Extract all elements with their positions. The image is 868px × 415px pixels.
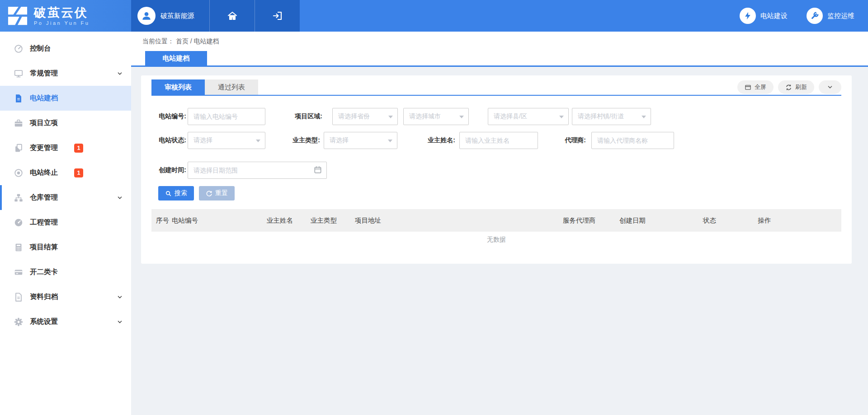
notification-badge: 1 [74,144,83,153]
reset-label: 重置 [215,189,228,197]
exit-icon [272,10,283,21]
town-select[interactable]: 请选择村镇/街道 [572,108,651,125]
district-select[interactable]: 请选择县/区 [488,108,569,125]
province-select[interactable]: 请选择省份 [332,108,398,125]
sidebar-item-station-archive[interactable]: 电站建档 [0,86,131,111]
caret-down-icon [459,116,464,118]
sidebar-item-engineering-management[interactable]: 工程管理 [0,210,131,235]
gear-icon [14,317,24,327]
logout-button[interactable] [255,0,300,32]
sidebar-item-warehouse-management[interactable]: 仓库管理 [0,185,131,210]
table-header-row: 序号 电站编号 业主姓名 业主类型 项目地址 服务代理商 创建日期 状态 操作 [151,209,841,232]
empty-state-text: 无数据 [151,236,841,244]
chevron-down-icon [117,70,123,77]
collapse-button[interactable] [819,80,841,94]
caret-down-icon [388,140,392,142]
caret-down-icon [559,116,564,118]
sidebar-item-station-termination[interactable]: 电站终止 1 [0,160,131,185]
gauge-icon [14,44,24,54]
project-region-label: 项目区域: [287,112,322,121]
sidebar-item-label: 工程管理 [30,218,58,227]
page-header: 当前位置： 首页 / 电站建档 电站建档 [131,32,868,67]
panel-tabs: 审核列表 通过列表 全屏 [151,79,841,96]
agent-input[interactable] [591,132,674,149]
col-service-agent: 服务代理商 [563,216,619,225]
sidebar-item-label: 资料归档 [30,292,58,302]
sidebar-item-label: 电站建档 [30,93,58,103]
col-owner-name: 业主姓名 [267,216,311,225]
top-nav: 破茧新能源 [131,0,300,32]
mode-monitoring-ops[interactable]: 监控运维 [807,8,854,24]
page-tab-station-archive[interactable]: 电站建档 [145,51,207,65]
sidebar-item-data-archive[interactable]: 资料归档 [0,284,131,309]
field-project-region: 项目区域: 请选择省份 请选择城市 请选择县/区 [287,108,651,125]
panel-card: 审核列表 通过列表 全屏 [141,75,852,264]
station-status-placeholder: 请选择 [193,136,212,145]
col-project-address: 项目地址 [355,216,563,225]
station-no-label: 电站编号: [151,112,186,121]
sidebar-item-project-settlement[interactable]: 项目结算 [0,235,131,260]
mode-label: 电站建设 [760,12,788,20]
sidebar-item-label: 开二类卡 [30,267,58,277]
col-status: 状态 [703,216,758,225]
province-placeholder: 请选择省份 [338,112,370,121]
owner-type-select[interactable]: 请选择 [324,132,397,149]
chevron-down-icon [117,294,123,300]
brand-logo-icon [7,5,28,26]
refresh-label: 刷新 [795,83,807,91]
fullscreen-icon [745,84,751,91]
col-seq: 序号 [156,216,172,225]
brand-subtitle: Po Jian Yun Fu [34,20,90,26]
station-no-input[interactable] [188,108,265,125]
breadcrumb: 当前位置： 首页 / 电站建档 [142,37,219,46]
tab-passed-list[interactable]: 通过列表 [205,79,258,95]
tab-review-list[interactable]: 审核列表 [151,79,205,95]
notification-badge: 1 [74,168,83,177]
reset-button[interactable]: 重置 [199,186,235,201]
sidebar-item-general-management[interactable]: 常规管理 [0,61,131,86]
search-button[interactable]: 搜索 [158,186,194,201]
brand-area: 破茧云伏 Po Jian Yun Fu [0,0,131,32]
sidebar: 控制台 常规管理 [0,32,131,415]
copy-pages-icon [14,143,24,153]
date-range-input[interactable] [188,162,327,179]
city-select[interactable]: 请选择城市 [403,108,469,125]
station-status-select[interactable]: 请选择 [188,132,265,149]
sidebar-item-change-management[interactable]: 变更管理 1 [0,135,131,160]
home-button[interactable] [209,0,255,32]
agent-label: 代理商: [559,136,586,145]
calculator-icon [14,242,24,252]
sidebar-item-label: 项目结算 [30,242,58,252]
lightning-icon [740,8,756,24]
sidebar-item-label: 控制台 [30,44,51,53]
owner-name-label: 业主姓名: [422,136,455,145]
field-agent: 代理商: [559,132,674,149]
top-bar: 破茧云伏 Po Jian Yun Fu 破茧新能源 [0,0,868,32]
field-station-no: 电站编号: [151,108,265,125]
mode-station-construction[interactable]: 电站建设 [740,8,788,24]
created-time-label: 创建时间: [151,166,186,174]
chevron-down-icon [827,84,833,90]
user-menu[interactable]: 破茧新能源 [131,0,209,32]
sidebar-item-second-class-card[interactable]: 开二类卡 [0,260,131,284]
sidebar-item-label: 变更管理 [30,143,58,153]
owner-name-input[interactable] [459,132,538,149]
record-circle-icon [14,168,24,178]
caret-down-icon [642,116,646,118]
col-owner-type: 业主类型 [311,216,355,225]
fullscreen-button[interactable]: 全屏 [737,80,774,94]
home-icon [227,10,238,21]
sidebar-item-system-settings[interactable]: 系统设置 [0,309,131,334]
sidebar-item-project-initiation[interactable]: 项目立项 [0,111,131,135]
content-area: 当前位置： 首页 / 电站建档 电站建档 审核列表 通过列表 [131,32,868,415]
reset-icon [206,190,212,197]
panel-toolbar: 全屏 刷新 [737,80,841,94]
workspace-switcher: 电站建设 监控运维 [300,0,868,32]
breadcrumb-path[interactable]: 首页 / 电站建档 [176,37,219,45]
sidebar-item-dashboard[interactable]: 控制台 [0,36,131,61]
refresh-button[interactable]: 刷新 [778,80,814,94]
bank-card-icon [14,267,24,277]
owner-type-placeholder: 请选择 [330,136,349,145]
sitemap-icon [14,193,24,203]
sidebar-item-label: 项目立项 [30,118,58,128]
